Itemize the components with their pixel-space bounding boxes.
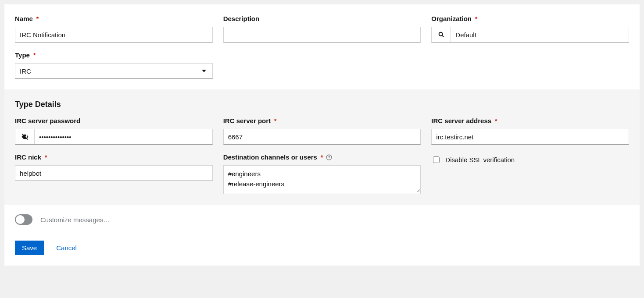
customize-label: Customize messages… [40,216,110,224]
field-irc-address: IRC server address * [431,117,629,145]
label-type: Type * [15,51,213,59]
field-irc-port: IRC server port * [223,117,421,145]
label-description: Description [223,15,421,22]
required-indicator: * [495,117,497,124]
required-indicator: * [36,15,39,22]
svg-point-3 [329,158,329,159]
toggle-password-visibility[interactable] [15,129,35,144]
label-irc-nick: IRC nick * [15,153,213,161]
field-name: Name * [15,15,213,43]
toggle-knob [16,215,25,224]
organization-input[interactable] [451,27,629,42]
required-indicator: * [45,154,47,161]
form-actions: Save Cancel [4,228,640,266]
field-dest-channels: Destination channels or users * [223,153,421,194]
label-dest-channels: Destination channels or users * [223,153,421,161]
required-indicator: * [274,117,276,124]
field-organization: Organization * [431,15,629,43]
svg-line-1 [442,35,444,37]
type-select[interactable] [15,63,213,79]
cancel-button[interactable]: Cancel [56,244,77,252]
help-icon[interactable] [326,154,333,161]
label-name: Name * [15,15,213,22]
label-irc-port: IRC server port * [223,117,421,124]
description-input[interactable] [224,27,421,42]
label-dest-channels-text: Destination channels or users [223,153,317,161]
field-irc-password: IRC server password [15,117,213,145]
required-indicator: * [321,154,323,161]
label-irc-address: IRC server address * [431,117,629,124]
label-irc-password: IRC server password [15,117,213,124]
label-irc-port-text: IRC server port [223,117,271,124]
dest-channels-textarea[interactable] [224,166,421,192]
section-general: Name * Description Organization [4,4,640,89]
svg-point-0 [439,32,443,36]
label-name-text: Name [15,15,33,22]
irc-port-input[interactable] [224,129,421,144]
label-type-text: Type [15,51,30,59]
organization-search-button[interactable] [432,27,451,42]
disable-ssl-label: Disable SSL verification [445,156,515,163]
section-type-details: Type Details IRC server password [4,89,640,205]
irc-password-input[interactable] [35,129,212,144]
type-select-value [15,64,196,78]
label-organization: Organization * [431,15,629,22]
disable-ssl-checkbox[interactable] [433,156,440,163]
type-details-heading: Type Details [15,100,629,109]
name-input[interactable] [15,27,212,42]
field-disable-ssl: Disable SSL verification [431,153,629,194]
label-irc-address-text: IRC server address [431,117,491,124]
required-indicator: * [33,52,36,59]
eye-off-icon [21,133,29,141]
irc-address-input[interactable] [432,129,629,144]
customize-toggle[interactable] [15,214,32,225]
customize-row: Customize messages… [4,205,640,228]
field-irc-nick: IRC nick * [15,153,213,194]
label-description-text: Description [223,15,260,22]
field-description: Description [223,15,421,43]
label-irc-password-text: IRC server password [15,117,80,124]
irc-nick-input[interactable] [15,166,212,181]
form-card: Name * Description Organization [4,4,640,266]
save-button[interactable]: Save [15,241,44,255]
label-irc-nick-text: IRC nick [15,153,41,161]
required-indicator: * [475,15,477,22]
caret-down-icon [202,70,206,72]
field-type: Type * [15,51,213,79]
label-organization-text: Organization [431,15,472,22]
search-icon [438,31,445,38]
